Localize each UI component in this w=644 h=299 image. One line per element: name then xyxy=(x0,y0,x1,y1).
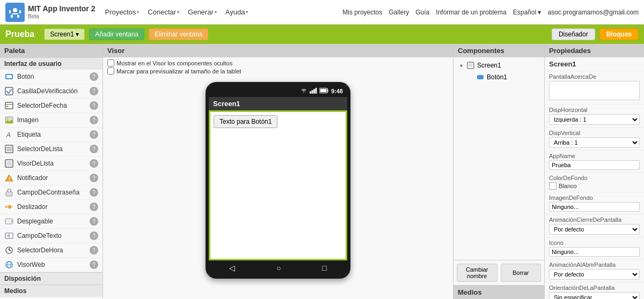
prop-pantalla-acerca: PantallaAcercaDe xyxy=(545,71,644,104)
help-icon[interactable]: ? xyxy=(90,231,98,240)
help-icon[interactable]: ? xyxy=(90,87,98,95)
designer-button[interactable]: Diseñador xyxy=(552,28,595,40)
palette-item-webviewer[interactable]: VisorWeb ? xyxy=(0,258,103,272)
tablet-preview-checkbox[interactable] xyxy=(107,68,114,74)
nav-guia[interactable]: Guía xyxy=(415,9,429,16)
remove-screen-button[interactable]: Eliminar ventana xyxy=(149,28,208,40)
palette-item-date[interactable]: SelectorDeFecha ? xyxy=(0,99,103,113)
delete-component-button[interactable]: Borrar xyxy=(501,264,541,282)
home-icon: ○ xyxy=(276,264,281,272)
chevron-down-icon: ▾ xyxy=(215,10,217,14)
password-component-icon xyxy=(4,188,14,197)
palette-item-image[interactable]: Imagen ? xyxy=(0,113,103,128)
app-beta-label: Beta xyxy=(28,13,95,19)
nav-account[interactable]: asoc.programamos@gmail.com xyxy=(547,9,639,16)
disp-vertical-select[interactable]: Arriba : 1 xyxy=(549,137,640,148)
help-icon[interactable]: ? xyxy=(90,246,98,255)
notifier-component-icon: ! xyxy=(4,173,14,183)
phone-button-preview: Texto para Botón1 xyxy=(214,115,277,128)
phone-preview: 9:48 Screen1 Texto para Botón1 ◁ ○ □ xyxy=(206,82,350,279)
nav-espanol[interactable]: Español ▾ xyxy=(513,9,541,16)
tree-children: Botón1 xyxy=(456,71,542,83)
svg-point-1 xyxy=(13,8,17,12)
date-component-icon xyxy=(4,101,14,110)
palette-item-notifier[interactable]: ! Notificador ? xyxy=(0,171,103,185)
palette-section-layout: Disposición xyxy=(0,272,103,285)
palette-item-textbox[interactable]: CampoDeTexto ? xyxy=(0,229,103,243)
help-icon[interactable]: ? xyxy=(90,188,98,197)
palette-item-label[interactable]: A Etiqueta ? xyxy=(0,128,103,142)
palette-item-list-view[interactable]: VisorDeLista ? xyxy=(0,156,103,171)
chevron-down-icon: ▾ xyxy=(246,10,248,14)
help-icon[interactable]: ? xyxy=(90,145,98,153)
app-title: MIT App Inventor 2 xyxy=(28,5,95,13)
help-icon[interactable]: ? xyxy=(90,101,98,110)
button-component-icon xyxy=(4,72,14,81)
help-icon[interactable]: ? xyxy=(90,130,98,139)
help-icon[interactable]: ? xyxy=(90,217,98,226)
listview-component-icon xyxy=(4,159,14,168)
animacion-abrir-select[interactable]: Por defecto xyxy=(549,269,640,280)
disp-horizontal-select[interactable]: Izquierda : 1 xyxy=(549,114,640,125)
label-component-icon: A xyxy=(4,130,14,139)
nav-informar[interactable]: Informar de un problema xyxy=(436,9,506,16)
orientacion-select[interactable]: Sin especificar xyxy=(549,292,640,299)
palette-item-password[interactable]: CampoDeContraseña ? xyxy=(0,185,103,200)
viewer-options: Mostrar en el Visor los componentes ocul… xyxy=(103,57,453,77)
svg-rect-8 xyxy=(6,75,12,78)
nav-generar[interactable]: Generar ▾ xyxy=(184,6,221,18)
screen-selector-button[interactable]: Screen1 ▾ xyxy=(44,28,85,40)
svg-point-29 xyxy=(8,205,12,209)
tree-item-screen1[interactable]: ▾ Screen1 xyxy=(456,59,542,71)
phone-screen: 9:48 Screen1 Texto para Botón1 ◁ ○ □ xyxy=(209,85,347,275)
tree-toggle-icon: ▾ xyxy=(458,63,464,69)
components-header: Componentes xyxy=(453,44,544,57)
svg-rect-47 xyxy=(320,89,326,92)
main-nav-menu: Proyectos ▾ Conectar ▾ Generar ▾ Ayuda ▾ xyxy=(100,6,252,18)
palette-item-timepicker[interactable]: SelectorDeHora ? xyxy=(0,243,103,258)
palette-item-slider[interactable]: Deslizador ? xyxy=(0,200,103,214)
nav-proyectos[interactable]: Proyectos ▾ xyxy=(100,6,143,18)
help-icon[interactable]: ? xyxy=(90,116,98,124)
add-screen-button[interactable]: Añadir ventana xyxy=(89,28,144,40)
tree-item-boton1[interactable]: Botón1 xyxy=(465,71,542,83)
svg-rect-2 xyxy=(12,13,18,14)
appname-input[interactable] xyxy=(549,160,640,170)
imagen-fondo-input[interactable] xyxy=(549,202,640,212)
icono-input[interactable] xyxy=(549,247,640,257)
nav-gallery[interactable]: Gallery xyxy=(389,9,409,16)
slider-component-icon xyxy=(4,202,14,212)
palette-item-spinner[interactable]: Desplegable ? xyxy=(0,214,103,229)
help-icon[interactable]: ? xyxy=(90,203,98,211)
viewer-panel: Visor Mostrar en el Visor los componente… xyxy=(103,44,453,299)
pantalla-acerca-input[interactable] xyxy=(549,81,640,100)
signal-icon xyxy=(310,87,317,95)
webviewer-component-icon xyxy=(4,260,14,270)
help-icon[interactable]: ? xyxy=(90,159,98,168)
recents-icon: □ xyxy=(322,264,326,272)
palette-item-boton[interactable]: Botón ? xyxy=(0,70,103,84)
help-icon[interactable]: ? xyxy=(90,72,98,81)
phone-content-area: Texto para Botón1 xyxy=(209,110,347,260)
palette-panel: Paleta Interfaz de usuario Botón ? Casil… xyxy=(0,44,103,299)
help-icon[interactable]: ? xyxy=(90,174,98,182)
nav-mis-proyectos[interactable]: Mis proyectos xyxy=(342,9,382,16)
help-icon[interactable]: ? xyxy=(90,260,98,269)
rename-component-button[interactable]: Cambiar nombre xyxy=(457,264,497,282)
svg-rect-6 xyxy=(19,10,21,13)
color-swatch[interactable] xyxy=(549,182,557,190)
screen-icon xyxy=(466,61,475,70)
animacion-cierre-select[interactable]: Por defecto xyxy=(549,224,640,235)
palette-section-ui: Interfaz de usuario xyxy=(0,57,103,70)
blocks-button[interactable]: Bloques xyxy=(599,28,639,40)
spinner-component-icon xyxy=(4,216,14,226)
palette-item-list-picker[interactable]: SelectorDeLista ? xyxy=(0,142,103,156)
viewer-header: Visor xyxy=(103,44,453,57)
nav-conectar[interactable]: Conectar ▾ xyxy=(143,6,184,18)
svg-text:!: ! xyxy=(9,176,10,182)
nav-ayuda[interactable]: Ayuda ▾ xyxy=(221,6,253,18)
palette-item-checkbox[interactable]: CasillaDeVerificación ? xyxy=(0,84,103,99)
project-bar: Prueba Screen1 ▾ Añadir ventana Eliminar… xyxy=(0,25,644,44)
properties-header: Propiedades xyxy=(545,44,644,57)
hidden-components-checkbox[interactable] xyxy=(107,59,114,66)
